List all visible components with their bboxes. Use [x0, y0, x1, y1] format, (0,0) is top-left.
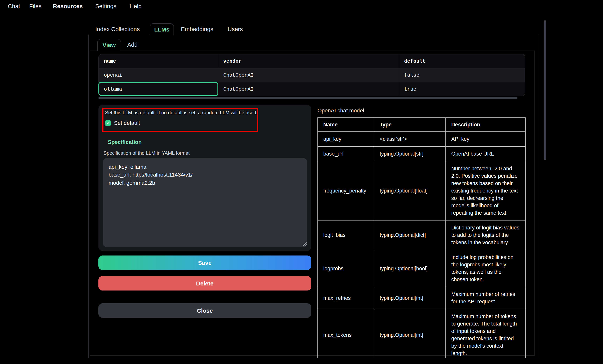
model-doc-table-wrap: Name Type Description api_key <class 'st… — [317, 117, 526, 358]
llm-col-default: default — [399, 55, 525, 68]
llms-subtab-bar: View Add — [0, 39, 603, 51]
tab-llms[interactable]: LLMs — [150, 23, 174, 35]
doc-cell: typing.Optional[str] — [374, 147, 446, 161]
doc-cell: logit_bias — [318, 220, 374, 250]
llm-detail-card: Set this LLM as default. If no default i… — [98, 105, 311, 251]
doc-cell: frequency_penalty — [318, 161, 374, 220]
yaml-spec-textarea[interactable]: api_key: ollama base_url: http://localho… — [103, 158, 307, 247]
cell-openai-vendor: ChatOpenAI — [218, 68, 399, 82]
subtab-view[interactable]: View — [97, 39, 121, 51]
llm-table-header: name vendor default — [99, 55, 525, 68]
cell-ollama-default: true — [399, 82, 525, 96]
doc-cell: Dictionary of logit bias values to add t… — [446, 220, 525, 250]
doc-row-logprobs: logprobs typing.Optional[bool] Include l… — [318, 250, 525, 287]
set-default-label: Set default — [114, 120, 140, 126]
nav-item-resources[interactable]: Resources — [53, 3, 83, 9]
save-button[interactable]: Save — [98, 255, 311, 270]
cell-ollama-vendor: ChatOpenAI — [218, 82, 399, 96]
doc-cell: Maximum number of retries for the API re… — [446, 287, 525, 309]
doc-cell: typing.Optional[int] — [374, 309, 446, 358]
nav-item-settings[interactable]: Settings — [95, 3, 116, 9]
resource-tab-bar: Index Collections LLMs Embeddings Users — [0, 23, 603, 35]
close-button[interactable]: Close — [98, 303, 311, 318]
model-doc-table: Name Type Description api_key <class 'st… — [317, 117, 526, 358]
doc-row-base-url: base_url typing.Optional[str] OpenAI bas… — [318, 147, 525, 161]
tab-embeddings[interactable]: Embeddings — [181, 23, 213, 35]
model-doc-title: OpenAI chat model — [317, 107, 364, 114]
doc-row-max-retries: max_retries typing.Optional[int] Maximum… — [318, 287, 525, 309]
doc-row-api-key: api_key <class 'str'> API key — [318, 132, 525, 147]
subtab-add[interactable]: Add — [127, 39, 138, 51]
doc-col-name: Name — [318, 118, 374, 132]
doc-header-row: Name Type Description — [318, 118, 525, 132]
doc-cell: <class 'str'> — [374, 132, 446, 147]
llm-col-name: name — [99, 55, 218, 68]
nav-item-help[interactable]: Help — [129, 3, 142, 9]
doc-cell: API key — [446, 132, 525, 147]
table-row-ollama[interactable]: ollama ChatOpenAI true — [99, 82, 525, 96]
nav-item-files[interactable]: Files — [29, 3, 41, 9]
doc-cell: max_retries — [318, 287, 374, 309]
table-row-openai[interactable]: openai ChatOpenAI false — [99, 68, 525, 82]
horizontal-scrollbar[interactable] — [98, 97, 517, 99]
specification-caption: Specification of the LLM in YAML format — [104, 150, 190, 156]
nav-item-chat[interactable]: Chat — [8, 3, 20, 9]
doc-cell: logprobs — [318, 250, 374, 287]
specification-heading: Specification — [108, 139, 142, 145]
cell-ollama-name: ollama — [99, 82, 218, 96]
doc-cell: Number between -2.0 and 2.0. Positive va… — [446, 161, 525, 220]
tab-index-collections[interactable]: Index Collections — [95, 23, 140, 35]
top-nav: Chat Files Resources Settings Help — [0, 0, 603, 12]
tab-users[interactable]: Users — [228, 23, 243, 35]
doc-cell: typing.Optional[int] — [374, 287, 446, 309]
doc-cell: typing.Optional[bool] — [374, 250, 446, 287]
doc-col-description: Description — [446, 118, 525, 132]
doc-row-max-tokens: max_tokens typing.Optional[int] Maximum … — [318, 309, 525, 358]
llm-col-vendor: vendor — [218, 55, 399, 68]
doc-cell: base_url — [318, 147, 374, 161]
doc-cell: Maximum number of tokens to generate. Th… — [446, 309, 525, 358]
doc-row-frequency-penalty: frequency_penalty typing.Optional[float]… — [318, 161, 525, 220]
doc-row-logit-bias: logit_bias typing.Optional[dict] Diction… — [318, 220, 525, 250]
cell-openai-name: openai — [99, 68, 218, 82]
app-root: Chat Files Resources Settings Help Index… — [0, 0, 603, 364]
set-default-checkbox[interactable] — [105, 120, 111, 126]
doc-col-type: Type — [374, 118, 446, 132]
delete-button[interactable]: Delete — [98, 276, 311, 291]
doc-cell: Include log probabilities on the logprob… — [446, 250, 525, 287]
cell-openai-default: false — [399, 68, 525, 82]
doc-cell: api_key — [318, 132, 374, 147]
doc-cell: max_tokens — [318, 309, 374, 358]
checkmark-icon — [106, 121, 110, 125]
default-note-text: Set this LLM as default. If no default i… — [105, 110, 257, 115]
doc-cell: typing.Optional[float] — [374, 161, 446, 220]
vertical-scrollbar[interactable] — [544, 20, 546, 160]
doc-cell: OpenAI base URL — [446, 147, 525, 161]
llm-list-table: name vendor default openai ChatOpenAI fa… — [98, 54, 525, 96]
set-default-checkbox-row[interactable]: Set default — [105, 120, 140, 126]
doc-cell: typing.Optional[dict] — [374, 220, 446, 250]
